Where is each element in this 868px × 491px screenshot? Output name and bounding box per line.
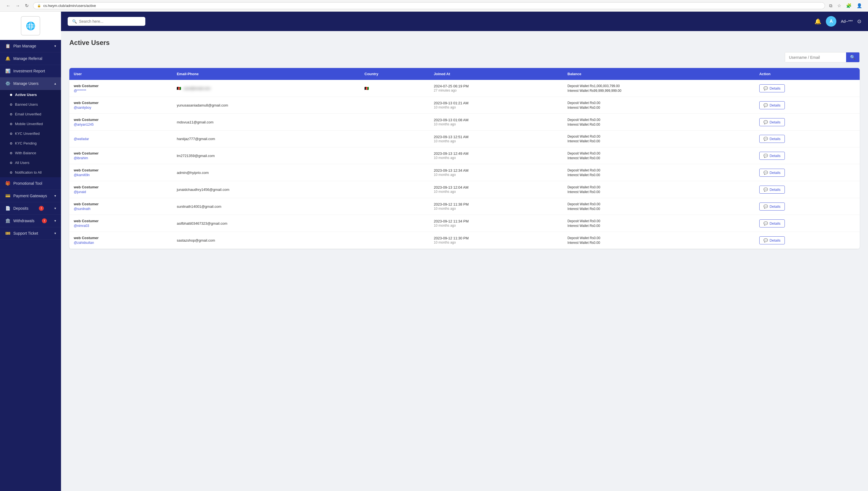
sidebar-item-kyc-pending[interactable]: KYC Pending xyxy=(0,138,61,148)
deposit-wallet: Deposit Wallet Rs0.00 xyxy=(567,135,750,138)
banned-dot xyxy=(10,104,12,106)
interest-wallet: Interest Wallet Rs99,999,999,999.00 xyxy=(567,89,750,93)
logo-icon: 🌐 xyxy=(26,21,35,30)
sidebar-item-notification-to-all[interactable]: Notification to All xyxy=(0,168,61,177)
bookmark-icon[interactable]: ☆ xyxy=(836,2,842,9)
sidebar-item-plan-manage[interactable]: 📋 Plan Manage ▾ xyxy=(0,40,61,52)
user-name: web Costumer xyxy=(74,202,168,206)
details-button[interactable]: 💬 Details xyxy=(759,185,785,194)
comment-icon: 💬 xyxy=(764,221,768,226)
balance-cell: Deposit Wallet Rs0.00Interest Wallet Rs0… xyxy=(563,181,755,198)
joined-date: 2023-09-12 11:34 PM xyxy=(434,219,469,223)
sidebar-item-manage-users[interactable]: ⚙️ Manage Users ▴ xyxy=(0,78,61,90)
joined-ago: 10 months ago xyxy=(434,122,456,126)
user-search-button[interactable]: 🔍 xyxy=(846,52,859,62)
back-button[interactable]: ← xyxy=(4,3,12,9)
with-balance-dot xyxy=(10,152,12,154)
comment-icon: 💬 xyxy=(764,103,768,107)
details-button[interactable]: 💬 Details xyxy=(759,101,785,109)
sidebar-item-manage-referral[interactable]: 🔔 Manage Referral xyxy=(0,52,61,65)
address-bar[interactable]: 🔒 cs.hwym.club/admin/users/active xyxy=(33,2,825,9)
joined-date: 2023-09-12 11:30 PM xyxy=(434,236,469,240)
balance-cell: Deposit Wallet Rs0.00Interest Wallet Rs0… xyxy=(563,97,755,114)
sidebar-item-investment-report[interactable]: 📊 Investment Report xyxy=(0,65,61,78)
balance-cell: Deposit Wallet Rs0.00Interest Wallet Rs0… xyxy=(563,114,755,131)
user-handle[interactable]: @******* xyxy=(74,89,86,93)
interest-wallet: Interest Wallet Rs0.00 xyxy=(567,224,750,228)
details-button[interactable]: 💬 Details xyxy=(759,152,785,160)
country-cell xyxy=(360,232,429,249)
email-cell: sunilnath14001@gmail.com xyxy=(172,198,360,215)
user-handle[interactable]: @nimra03 xyxy=(74,224,89,228)
extensions-icon[interactable]: 🧩 xyxy=(845,2,853,9)
balance-cell: Deposit Wallet Rs0.00Interest Wallet Rs0… xyxy=(563,131,755,147)
details-button[interactable]: 💬 Details xyxy=(759,236,785,244)
details-button[interactable]: 💬 Details xyxy=(759,220,785,228)
user-cell: web Costumer@ariyan1245 xyxy=(69,114,172,131)
promotional-tool-icon: 🎁 xyxy=(5,181,10,186)
deposit-wallet: Deposit Wallet Rs0.00 xyxy=(567,236,750,240)
details-button[interactable]: 💬 Details xyxy=(759,84,785,92)
sidebar-item-kyc-unverified[interactable]: KYC Unverified xyxy=(0,129,61,138)
sidebar-item-active-users[interactable]: Active Users xyxy=(0,90,61,99)
comment-icon: 💬 xyxy=(764,120,768,124)
country-cell xyxy=(360,198,429,215)
email-cell: haniijaz777@gmail.com xyxy=(172,131,360,147)
country-cell xyxy=(360,215,429,232)
details-button[interactable]: 💬 Details xyxy=(759,202,785,210)
user-search-box[interactable]: 🔍 xyxy=(785,52,860,62)
user-handle[interactable]: @kami69n xyxy=(74,173,90,177)
header-search-input[interactable] xyxy=(79,19,141,24)
bell-icon[interactable]: 🔔 xyxy=(814,18,821,25)
lock-icon: 🔒 xyxy=(37,4,41,7)
details-button[interactable]: 💬 Details xyxy=(759,118,785,126)
profile-icon[interactable]: 👤 xyxy=(855,2,864,9)
details-button[interactable]: 💬 Details xyxy=(759,135,785,143)
sidebar-item-mobile-unverified[interactable]: Mobile Unverified xyxy=(0,119,61,129)
user-search-input[interactable] xyxy=(785,52,846,62)
header: 🔍 🔔 A Ad--*** ⊙ xyxy=(61,12,868,31)
sidebar-item-payment-gateways[interactable]: 💳 Payment Gateways ▾ xyxy=(0,190,61,202)
sidebar-item-withdrawals[interactable]: 🏛️ Withdrawals ! ▾ xyxy=(0,215,61,227)
sidebar-item-with-balance[interactable]: With Balance xyxy=(0,148,61,158)
user-name: web Costumer xyxy=(74,118,168,122)
chevron-down-icon: ▾ xyxy=(54,44,56,48)
reload-button[interactable]: ↻ xyxy=(23,2,30,9)
settings-icon[interactable]: ⊙ xyxy=(857,18,861,24)
sidebar-item-support-ticket[interactable]: 🎫 Support Ticket ▾ xyxy=(0,227,61,240)
avatar[interactable]: A xyxy=(826,16,836,27)
header-search-box[interactable]: 🔍 xyxy=(68,17,145,26)
action-cell: 💬 Details xyxy=(755,198,860,215)
sidebar-item-email-unverified[interactable]: Email Unverified xyxy=(0,109,61,119)
user-handle[interactable]: @wafadar xyxy=(74,137,89,141)
sidebar-item-promotional-tool[interactable]: 🎁 Promotional Tool xyxy=(0,177,61,190)
user-handle[interactable]: @zahidsultan xyxy=(74,241,94,245)
comment-icon: 💬 xyxy=(764,204,768,209)
notification-dot xyxy=(10,171,12,174)
sidebar-label-withdrawals: Withdrawals xyxy=(13,219,34,223)
user-handle[interactable]: @junaid xyxy=(74,190,86,194)
user-handle[interactable]: @ibrahim xyxy=(74,156,88,160)
country-cell xyxy=(360,114,429,131)
user-name: web Costumer xyxy=(74,101,168,105)
joined-ago: 10 months ago xyxy=(434,224,456,228)
joined-cell: 2023-09-12 11:38 PM10 months ago xyxy=(429,198,563,215)
details-button[interactable]: 💬 Details xyxy=(759,169,785,177)
sidebar-item-banned-users[interactable]: Banned Users xyxy=(0,99,61,109)
interest-wallet: Interest Wallet Rs0.00 xyxy=(567,173,750,177)
user-name: web Costumer xyxy=(74,219,168,223)
col-user: User xyxy=(69,68,172,80)
table-row: web Costumer@sunilnathsunilnath14001@gma… xyxy=(69,198,860,215)
user-cell: web Costumer@zahidsultan xyxy=(69,232,172,249)
user-handle[interactable]: @sanityboy xyxy=(74,106,91,110)
sidebar-item-all-users[interactable]: All Users xyxy=(0,158,61,168)
sidebar-item-deposits[interactable]: 📄 Deposits ! ▾ xyxy=(0,202,61,215)
user-handle[interactable]: @ariyan1245 xyxy=(74,123,94,126)
screenshot-icon[interactable]: ⧉ xyxy=(828,3,834,9)
withdrawals-badge: ! xyxy=(42,218,47,223)
forward-button[interactable]: → xyxy=(14,3,22,9)
user-handle[interactable]: @sunilnath xyxy=(74,207,90,211)
header-right: 🔔 A Ad--*** ⊙ xyxy=(814,16,861,27)
user-name: web Costumer xyxy=(74,151,168,155)
comment-icon: 💬 xyxy=(764,137,768,141)
